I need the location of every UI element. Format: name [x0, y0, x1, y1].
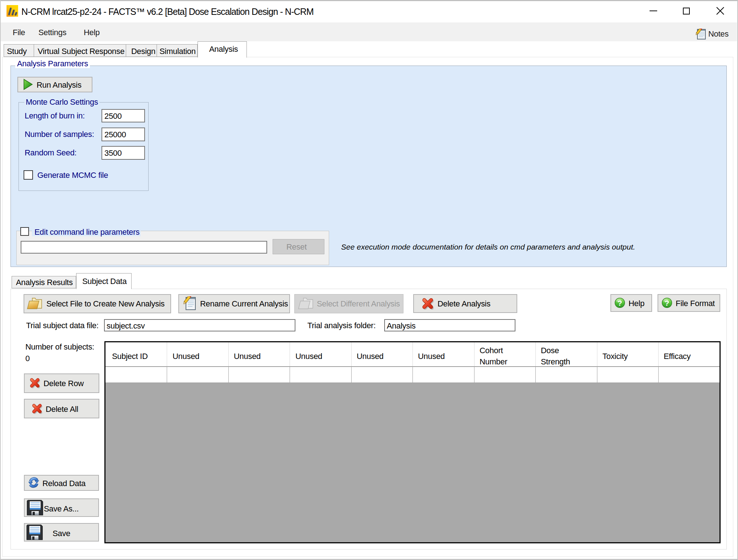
svg-text:?: ? [665, 299, 669, 307]
svg-text:?: ? [618, 299, 622, 307]
